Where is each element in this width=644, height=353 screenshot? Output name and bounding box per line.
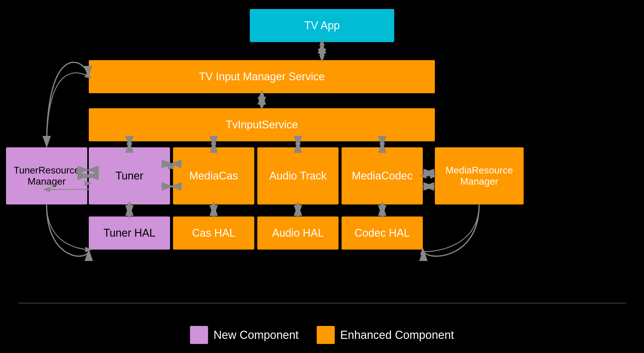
- mediacodec-box: MediaCodec: [342, 147, 423, 204]
- mediacas-box: MediaCas: [173, 147, 254, 204]
- tv-app-box: TV App: [250, 9, 394, 42]
- audio-track-box: Audio Track: [257, 147, 339, 204]
- codec-hal-box: Codec HAL: [342, 216, 423, 250]
- tuner-hal-box: Tuner HAL: [89, 216, 170, 250]
- enhanced-component-label: Enhanced Component: [340, 329, 454, 342]
- diagram-container: TV App TV Input Manager Service TvInputS…: [0, 0, 644, 353]
- tuner-resource-manager-box: TunerResourceManager: [6, 147, 87, 204]
- new-component-color: [190, 326, 208, 344]
- legend: New Component Enhanced Component: [190, 326, 454, 344]
- legend-divider: [18, 303, 626, 303]
- audio-hal-box: Audio HAL: [257, 216, 339, 250]
- tv-input-manager-box: TV Input Manager Service: [89, 60, 435, 93]
- new-component-legend: New Component: [190, 326, 299, 344]
- new-component-label: New Component: [213, 329, 299, 342]
- tv-input-service-box: TvInputService: [89, 108, 435, 141]
- enhanced-component-color: [317, 326, 335, 344]
- enhanced-component-legend: Enhanced Component: [317, 326, 454, 344]
- cas-hal-box: Cas HAL: [173, 216, 254, 250]
- tuner-box: Tuner: [89, 147, 170, 204]
- mediaresource-manager-box: MediaResourceManager: [435, 147, 524, 204]
